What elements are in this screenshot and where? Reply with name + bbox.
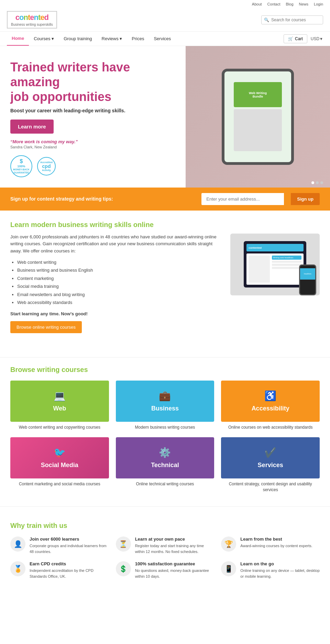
why-learners-heading: Join over 6000 learners [30, 536, 109, 542]
learn-more-button[interactable]: Learn more [10, 120, 54, 134]
carousel-dot-1[interactable] [311, 181, 314, 184]
course-tile-services[interactable]: ✔️ Services [221, 437, 320, 478]
business-desc: Modern business writing courses [116, 425, 214, 430]
social-icon: 🐦 [54, 447, 66, 458]
course-tile-business[interactable]: 💼 Business [116, 381, 214, 422]
nav-courses[interactable]: Courses ▾ [29, 32, 59, 45]
carousel-dot-2[interactable] [316, 181, 319, 184]
why-best-text: Learn from the best Award-winning course… [240, 536, 312, 549]
list-item: Content marketing [17, 274, 220, 282]
courses-grid: 💻 Web Web content writing and copywritin… [10, 381, 320, 493]
course-card-business[interactable]: 💼 Business Modern business writing cours… [116, 381, 214, 430]
topbar-news[interactable]: News [299, 2, 309, 6]
browse-section-title: Browse writing courses [10, 366, 320, 374]
hero-badges: $ 100% MONEY-BACK GUARANTEE Accredited c… [10, 155, 182, 177]
device-mockup: contented Writing web headlines headline… [230, 234, 320, 295]
topbar-contact[interactable]: Contact [267, 2, 280, 6]
carousel-dots[interactable] [311, 181, 323, 184]
go-icon: 📱 [221, 561, 236, 576]
why-guarantee-text: 100% satisfaction guarantee No questions… [135, 561, 214, 579]
hero-section: Trained writers have amazing job opportu… [0, 46, 330, 188]
list-item: Web content writing [17, 258, 220, 266]
course-card-services[interactable]: ✔️ Services Content strategy, content de… [221, 437, 320, 493]
list-item: Web accessibility standards [17, 298, 220, 306]
carousel-dot-3[interactable] [320, 181, 323, 184]
logo[interactable]: contented Business writing superskills [7, 11, 57, 29]
list-item: Email newsletters and blog writing [17, 291, 220, 298]
browse-courses-button[interactable]: Browse online writing courses [10, 321, 82, 333]
course-tile-accessibility[interactable]: ♿ Accessibility [221, 381, 320, 422]
search-box: 🔍 [261, 15, 323, 24]
signup-button[interactable]: Sign up [291, 193, 320, 205]
why-best-heading: Learn from the best [240, 536, 312, 542]
why-go-text: Learn on the go Online training on any d… [240, 561, 320, 579]
cart-icon: 🛒 [288, 36, 293, 41]
currency-chevron[interactable]: ▼ [319, 37, 323, 41]
browse-section: Browse writing courses 💻 Web Web content… [0, 366, 330, 503]
why-cpd-heading: Earn CPD credits [30, 561, 109, 566]
cart-button[interactable]: 🛒 Cart [284, 34, 307, 43]
course-tile-social[interactable]: 🐦 Social Media [10, 437, 109, 478]
hero-heading: Trained writers have amazing job opportu… [10, 60, 182, 104]
pace-icon: ⏳ [116, 536, 131, 552]
why-pace-body: Register today and start training any ti… [135, 543, 214, 554]
logo-tagline: Business writing superskills [11, 23, 53, 26]
topbar-about[interactable]: About [252, 2, 262, 6]
hero-subheading: Boost your career with leading-edge writ… [10, 108, 182, 113]
why-learners-text: Join over 6000 learners Corporate groups… [30, 536, 109, 554]
business-label: Business [151, 405, 179, 412]
learn-text: Join over 6,000 professionals and jobhun… [10, 234, 220, 334]
best-icon: 🏆 [221, 536, 236, 552]
why-cpd-text: Earn CPD credits Independent accreditati… [30, 561, 109, 579]
cpd-icon: 🏅 [10, 561, 25, 576]
topbar-blog[interactable]: Blog [286, 2, 294, 6]
social-desc: Content marketing and social media cours… [10, 481, 109, 487]
header: contented Business writing superskills 🔍 [0, 8, 330, 32]
why-pace-heading: Learn at your own pace [135, 536, 214, 542]
course-tile-technical[interactable]: ⚙️ Technical [116, 437, 214, 478]
why-section: Why train with us 👤 Join over 6000 learn… [0, 515, 330, 589]
email-input[interactable] [201, 193, 284, 205]
nav-home[interactable]: Home [7, 32, 29, 46]
technical-desc: Online technical writing courses [116, 481, 214, 487]
why-best-body: Award-winning courses by content experts… [240, 543, 312, 549]
hero-quote-author: Sandra Clark, New Zealand [10, 145, 182, 149]
signup-banner-text: Sign up for content strategy and writing… [10, 196, 195, 202]
learners-icon: 👤 [10, 536, 25, 552]
services-desc: Content strategy, content design and usa… [221, 481, 320, 493]
why-guarantee-heading: 100% satisfaction guarantee [135, 561, 214, 566]
nav-services[interactable]: Services [149, 32, 176, 45]
course-card-accessibility[interactable]: ♿ Accessibility Online courses on web ac… [221, 381, 320, 430]
course-card-technical[interactable]: ⚙️ Technical Online technical writing co… [116, 437, 214, 493]
learn-section-content: Join over 6,000 professionals and jobhun… [10, 234, 320, 334]
services-label: Services [258, 462, 283, 469]
search-input[interactable] [261, 15, 323, 24]
topbar-login[interactable]: Login [314, 2, 323, 6]
learn-body: Join over 6,000 professionals and jobhun… [10, 234, 220, 255]
nav-group-training[interactable]: Group training [59, 32, 97, 45]
nav-prices[interactable]: Prices [127, 32, 149, 45]
course-card-web[interactable]: 💻 Web Web content writing and copywritin… [10, 381, 109, 430]
signup-banner: Sign up for content strategy and writing… [0, 188, 330, 211]
why-go-heading: Learn on the go [240, 561, 320, 566]
course-card-social[interactable]: 🐦 Social Media Content marketing and soc… [10, 437, 109, 493]
nav-reviews[interactable]: Reviews ▾ [97, 32, 127, 45]
money-back-badge: $ 100% MONEY-BACK GUARANTEE [10, 155, 32, 177]
currency-selector[interactable]: USD [311, 36, 319, 41]
social-label: Social Media [41, 462, 78, 469]
cart-label: Cart [295, 36, 303, 41]
accessibility-label: Accessibility [252, 405, 289, 412]
web-icon: 💻 [54, 390, 66, 402]
accessibility-desc: Online courses on web accessibility stan… [221, 425, 320, 430]
course-tile-web[interactable]: 💻 Web [10, 381, 109, 422]
top-bar: About Contact Blog News Login [0, 0, 330, 8]
logo-text: contented [11, 13, 53, 22]
why-guarantee-body: No questions asked, money-back guarantee… [135, 568, 214, 579]
learn-section: Learn modern business writing skills onl… [0, 211, 330, 354]
why-item-go: 📱 Learn on the go Online training on any… [221, 561, 320, 579]
list-item: Business writing and business English [17, 266, 220, 274]
business-icon: 💼 [159, 390, 171, 402]
why-cpd-body: Independent accreditation by the CPD Sta… [30, 568, 109, 579]
why-pace-text: Learn at your own pace Register today an… [135, 536, 214, 554]
why-go-body: Online training on any device — tablet, … [240, 568, 320, 579]
